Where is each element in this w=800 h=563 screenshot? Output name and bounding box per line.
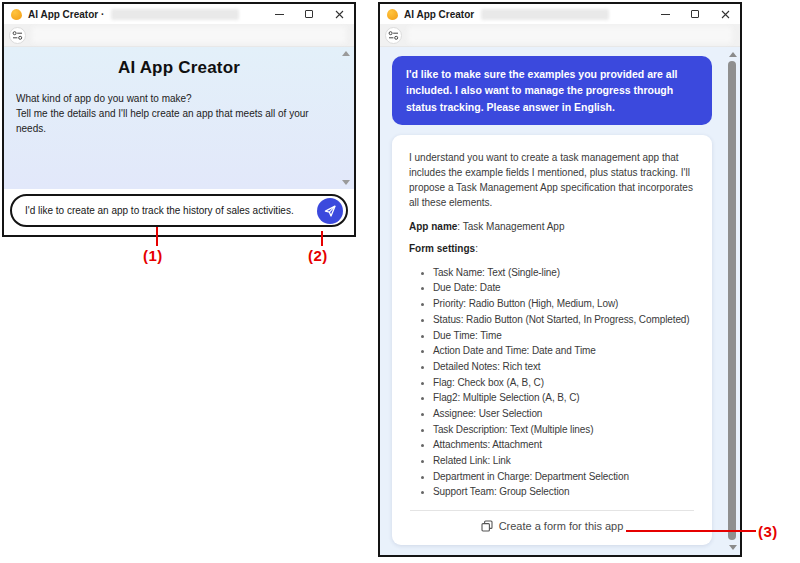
screenshot-canvas: AI App Creator · — [0, 0, 800, 563]
ai-response-card: I understand you want to create a task m… — [392, 135, 712, 545]
input-bar — [4, 189, 354, 235]
user-message-bubble: I'd like to make sure the examples you p… — [392, 56, 712, 125]
form-field-item: Attachments: Attachment — [433, 437, 695, 453]
copy-form-icon — [481, 520, 493, 532]
window-title: AI App Creator · — [28, 9, 104, 20]
titlebar: AI App Creator · — [4, 4, 354, 24]
form-field-item: Due Time: Time — [433, 328, 695, 344]
form-settings-row: Form settings: — [409, 243, 695, 254]
form-field-item: Priority: Radio Button (High, Medium, Lo… — [433, 296, 695, 312]
annotation-label-2: (2) — [308, 247, 328, 264]
scrollbar-thumb[interactable] — [728, 61, 736, 540]
redacted-title-text — [111, 9, 239, 20]
scroll-down-arrow-icon[interactable] — [729, 545, 737, 550]
welcome-chat-area: AI App Creator What kind of app do you w… — [4, 47, 354, 189]
form-field-item: Department in Charge: Department Selecti… — [433, 469, 695, 485]
form-field-item: Detailed Notes: Rich text — [433, 359, 695, 375]
form-field-item: Flag: Check box (A, B, C) — [433, 375, 695, 391]
minimize-button[interactable] — [264, 4, 294, 24]
toolbar — [4, 24, 354, 47]
minimize-icon — [275, 14, 284, 15]
welcome-heading: AI App Creator — [4, 58, 354, 78]
form-field-item: Task Name: Text (Single-line) — [433, 265, 695, 281]
toolbar — [380, 24, 740, 47]
maximize-button[interactable] — [680, 4, 710, 24]
response-intro: I understand you want to create a task m… — [409, 150, 695, 210]
form-field-item: Assignee: User Selection — [433, 406, 695, 422]
welcome-line-1: What kind of app do you want to make? — [16, 91, 338, 106]
form-field-item: Due Date: Date — [433, 280, 695, 296]
form-settings-label: Form settings — [409, 243, 475, 254]
scroll-up-arrow-icon[interactable] — [342, 51, 350, 56]
redacted-toolbar-area — [32, 27, 346, 43]
settings-sliders-button[interactable] — [385, 27, 402, 44]
annotation-line-1 — [156, 227, 158, 246]
welcome-line-2: Tell me the details and I'll help create… — [16, 106, 338, 136]
form-field-item: Support Team: Group Selection — [433, 484, 695, 500]
minimize-icon — [661, 14, 670, 15]
redacted-toolbar-area — [408, 27, 732, 43]
send-icon — [323, 204, 337, 218]
form-field-item: Status: Radio Button (Not Started, In Pr… — [433, 312, 695, 328]
maximize-icon — [305, 10, 313, 18]
annotation-line-2 — [321, 231, 323, 246]
app-name-label: App name — [409, 221, 457, 232]
minimize-button[interactable] — [650, 4, 680, 24]
message-input[interactable] — [25, 205, 317, 216]
ai-app-creator-window-initial: AI App Creator · — [2, 2, 356, 237]
welcome-text: What kind of app do you want to make? Te… — [16, 91, 338, 136]
conversation-chat-area: I'd like to make sure the examples you p… — [380, 47, 740, 555]
redacted-title-text — [481, 9, 609, 20]
titlebar: AI App Creator — [380, 4, 740, 24]
form-field-item: Task Description: Text (Multiple lines) — [433, 422, 695, 438]
window-title: AI App Creator — [404, 9, 474, 20]
close-button[interactable] — [710, 4, 740, 24]
create-form-link[interactable]: Create a form for this app — [409, 511, 695, 539]
ai-app-creator-window-conversation: AI App Creator I'd like — [378, 2, 742, 557]
scroll-down-arrow-icon[interactable] — [342, 180, 350, 185]
create-form-label: Create a form for this app — [499, 520, 624, 532]
app-name-row: App name: Task Management App — [409, 221, 695, 232]
form-field-item: Flag2: Multiple Selection (A, B, C) — [433, 390, 695, 406]
send-button[interactable] — [317, 198, 343, 224]
app-logo-icon — [387, 9, 398, 20]
sliders-icon — [388, 31, 399, 40]
settings-sliders-button[interactable] — [9, 27, 26, 44]
close-icon — [721, 10, 730, 19]
annotation-label-3: (3) — [758, 523, 778, 540]
close-button[interactable] — [324, 4, 354, 24]
form-field-item: Action Date and Time: Date and Time — [433, 343, 695, 359]
window-controls — [650, 4, 740, 24]
close-icon — [335, 10, 344, 19]
maximize-icon — [691, 10, 699, 18]
scrollbar[interactable] — [726, 48, 739, 554]
window-controls — [264, 4, 354, 24]
form-field-item: Related Link: Link — [433, 453, 695, 469]
scroll-up-arrow-icon[interactable] — [729, 52, 737, 57]
form-fields-list: Task Name: Text (Single-line)Due Date: D… — [409, 265, 695, 500]
app-logo-icon — [11, 9, 22, 20]
app-name-value: : Task Management App — [457, 221, 564, 232]
message-input-container — [10, 194, 348, 227]
maximize-button[interactable] — [294, 4, 324, 24]
sliders-icon — [12, 31, 23, 40]
annotation-line-3 — [626, 530, 756, 532]
annotation-label-1: (1) — [143, 247, 163, 264]
